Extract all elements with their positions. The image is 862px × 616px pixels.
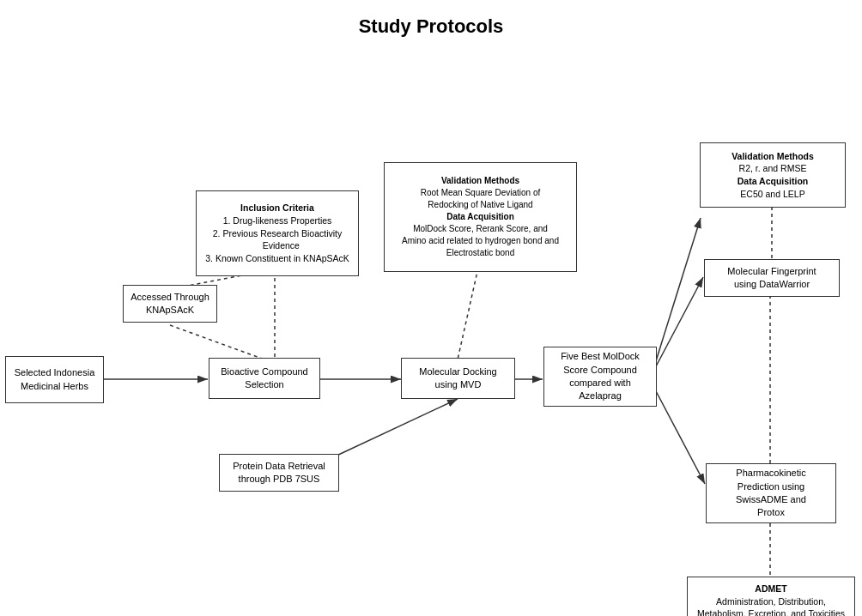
svg-line-7 [458, 268, 478, 359]
molecular-docking-label: Molecular Dockingusing MVD [419, 365, 496, 392]
svg-line-6 [335, 399, 458, 456]
five-best-box: Five Best MolDockScore Compoundcompared … [543, 347, 657, 407]
validation-methods-right-label: Validation Methods R2, r. and RMSE Data … [731, 150, 814, 201]
selected-herbs-label: Selected IndonesiaMedicinal Herbs [15, 366, 95, 393]
admet-box: ADMET Administration, Distribution, Meta… [687, 577, 855, 616]
accessed-through-box: Accessed ThroughKNApSAcK [123, 285, 217, 323]
inclusion-criteria-box: Inclusion Criteria 1. Drug-likeness Prop… [196, 190, 359, 276]
page-title: Study Protocols [0, 0, 862, 46]
molecular-fingerprint-label: Molecular Fingerprintusing DataWarrior [727, 265, 816, 292]
five-best-label: Five Best MolDockScore Compoundcompared … [561, 350, 640, 403]
admet-label: ADMET Administration, Distribution, Meta… [697, 583, 845, 616]
inclusion-criteria-label: Inclusion Criteria 1. Drug-likeness Prop… [205, 202, 349, 264]
svg-line-10 [655, 277, 703, 368]
protein-data-box: Protein Data Retrievalthrough PDB 7SUS [219, 454, 339, 492]
pharmacokinetic-box: PharmacokineticPrediction usingSwissADME… [706, 463, 836, 523]
diagram-area: Selected IndonesiaMedicinal Herbs Access… [0, 46, 862, 613]
selected-herbs-box: Selected IndonesiaMedicinal Herbs [5, 356, 104, 403]
bioactive-compound-label: Bioactive CompoundSelection [221, 365, 308, 392]
validation-methods-right-box: Validation Methods R2, r. and RMSE Data … [700, 142, 846, 208]
molecular-docking-box: Molecular Dockingusing MVD [401, 358, 515, 399]
svg-line-3 [170, 325, 264, 359]
accessed-through-label: Accessed ThroughKNApSAcK [131, 291, 209, 317]
pharmacokinetic-label: PharmacokineticPrediction usingSwissADME… [736, 467, 806, 520]
validation-methods-main-box: Validation Methods Root Mean Square Devi… [384, 162, 577, 272]
validation-methods-main-label: Validation Methods Root Mean Square Devi… [402, 175, 559, 259]
molecular-fingerprint-box: Molecular Fingerprintusing DataWarrior [704, 259, 840, 297]
protein-data-label: Protein Data Retrievalthrough PDB 7SUS [233, 460, 325, 486]
diagram-arrows [0, 46, 862, 613]
svg-line-11 [655, 390, 705, 484]
svg-line-9 [655, 218, 701, 364]
bioactive-compound-box: Bioactive CompoundSelection [209, 358, 320, 399]
